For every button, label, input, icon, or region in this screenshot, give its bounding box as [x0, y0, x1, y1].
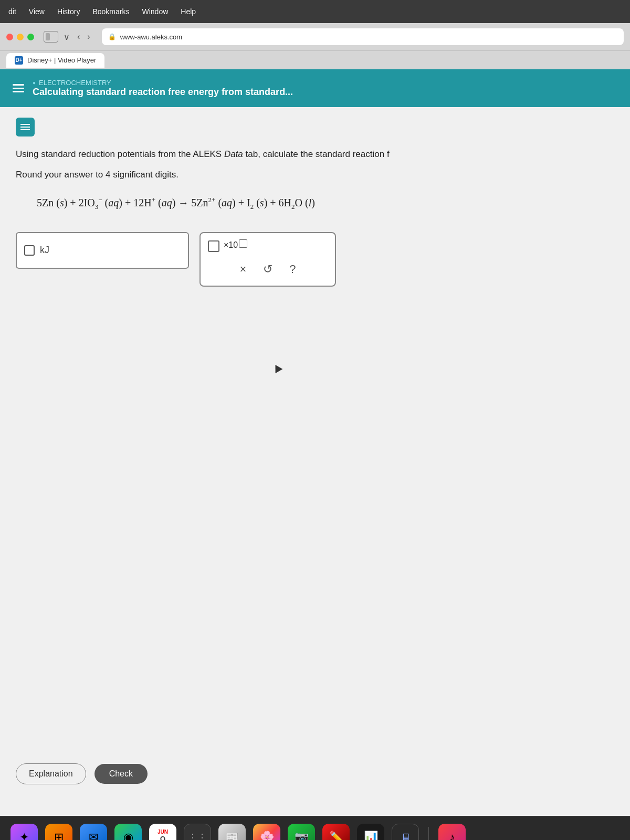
input-row: kJ ×10 × ↺ ?: [16, 232, 614, 287]
sci-x10-label: ×10: [224, 240, 247, 250]
dock-facetime[interactable]: 📷: [288, 824, 315, 841]
question-instruction: Using standard reduction potentials from…: [16, 147, 614, 161]
x10-text: ×10: [224, 240, 238, 250]
back-button[interactable]: ‹: [75, 30, 82, 44]
dock-chart[interactable]: 📊: [357, 824, 384, 841]
sci-popup-top: ×10: [208, 240, 328, 252]
menu-bookmarks[interactable]: Bookmarks: [92, 7, 129, 16]
menu-help[interactable]: Help: [181, 7, 196, 16]
dock-news[interactable]: 📰: [218, 824, 246, 841]
browser-chrome: ∨ ‹ › 🔒 www-awu.aleks.com: [0, 23, 630, 50]
dock-photos[interactable]: 🌸: [253, 824, 280, 841]
calendar-day: 9: [160, 835, 165, 841]
chemical-equation: 5Zn (s) + 2IO3− (aq) + 12H+ (aq) → 5Zn2+…: [37, 196, 614, 211]
close-button[interactable]: [6, 34, 13, 40]
dock-mail[interactable]: ✉: [80, 824, 107, 841]
hamburger-menu[interactable]: [13, 84, 24, 92]
menu-dit[interactable]: dit: [8, 7, 16, 16]
tab-title: Disney+ | Video Player: [27, 56, 96, 64]
forward-button[interactable]: ›: [85, 30, 92, 44]
chevron-down-icon[interactable]: ∨: [61, 30, 72, 44]
dock: ✦ ⊞ ✉ ◉ JUN 9 ⋮⋮ 📰 🌸 📷 ✏️ 📊 🖥 ♪: [0, 816, 630, 840]
content-area: Using standard reduction potentials from…: [0, 107, 630, 816]
sci-base-input[interactable]: [208, 240, 219, 252]
address-bar[interactable]: 🔒 www-awu.aleks.com: [102, 28, 624, 45]
sig-digits-text: Round your answer to 4 significant digit…: [16, 170, 614, 180]
dock-launchpad[interactable]: ⊞: [45, 824, 72, 841]
disney-icon: D+: [15, 56, 23, 65]
dock-calendar[interactable]: JUN 9: [149, 824, 176, 841]
topic-label: ELECTROCHEMISTRY: [33, 79, 293, 87]
answer-input-box[interactable]: kJ: [16, 232, 189, 269]
input-icon: [24, 245, 35, 256]
page-title: Calculating standard reaction free energ…: [33, 87, 293, 98]
browser-controls: ∨ ‹ ›: [44, 30, 92, 44]
unit-label: kJ: [40, 245, 49, 256]
dock-safari[interactable]: ◉: [114, 824, 142, 841]
cursor-arrow: [272, 363, 283, 373]
dock-screen[interactable]: 🖥: [392, 824, 419, 841]
sci-undo-button[interactable]: ↺: [261, 260, 275, 278]
menu-view[interactable]: View: [29, 7, 45, 16]
explanation-button[interactable]: Explanation: [16, 763, 86, 784]
dock-apple-music[interactable]: ♪: [438, 824, 466, 841]
address-text: www-awu.aleks.com: [120, 33, 182, 41]
header-content: ELECTROCHEMISTRY Calculating standard re…: [33, 79, 293, 98]
dock-apps2[interactable]: ⋮⋮: [184, 824, 211, 841]
menu-history[interactable]: History: [57, 7, 80, 16]
menu-window[interactable]: Window: [142, 7, 168, 16]
sci-help-button[interactable]: ?: [287, 260, 298, 278]
sci-exp-input[interactable]: [239, 239, 247, 248]
sidebar-toggle-button[interactable]: [44, 31, 58, 43]
maximize-button[interactable]: [27, 34, 34, 40]
dock-pen[interactable]: ✏️: [322, 824, 350, 841]
dock-separator: [428, 827, 429, 841]
check-button[interactable]: Check: [94, 764, 148, 784]
tab-bar: D+ Disney+ | Video Player: [0, 50, 630, 69]
lock-icon: 🔒: [108, 33, 116, 40]
calendar-month: JUN: [158, 830, 168, 835]
aleks-header: ELECTROCHEMISTRY Calculating standard re…: [0, 69, 630, 107]
traffic-lights: [6, 34, 34, 40]
dock-siri[interactable]: ✦: [10, 824, 38, 841]
sci-notation-popup: ×10 × ↺ ?: [200, 232, 336, 287]
sci-clear-button[interactable]: ×: [237, 260, 248, 278]
expand-button[interactable]: [16, 118, 35, 136]
bottom-buttons: Explanation Check: [16, 763, 148, 784]
active-tab[interactable]: D+ Disney+ | Video Player: [6, 53, 104, 68]
minimize-button[interactable]: [17, 34, 24, 40]
sci-buttons: × ↺ ?: [208, 260, 328, 278]
menu-bar: dit View History Bookmarks Window Help: [0, 0, 630, 23]
